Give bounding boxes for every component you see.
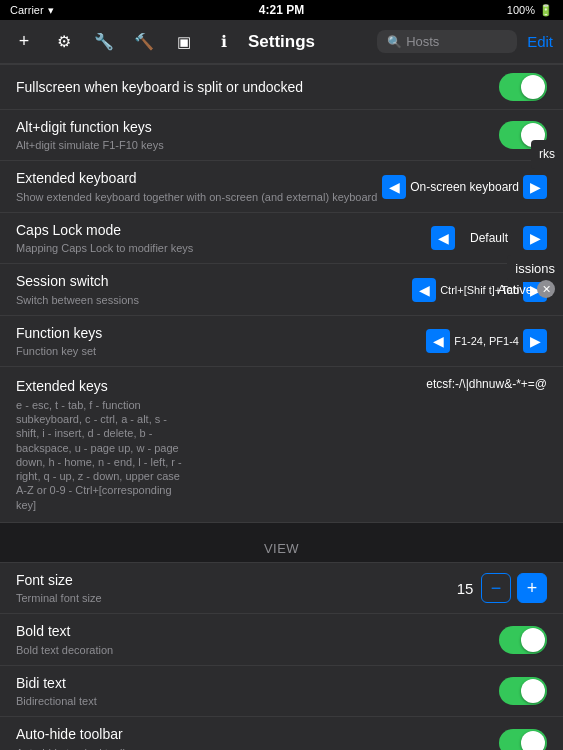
extended-keys-row: Extended keys e - esc, t - tab, f - func…: [0, 367, 563, 522]
function-keys-left[interactable]: ◀: [426, 329, 450, 353]
nav-bar: + ⚙ 🔧 🔨 ▣ ℹ Settings 🔍 Hosts Edit: [0, 20, 563, 64]
search-icon: 🔍: [387, 35, 402, 49]
extended-keys-title: Extended keys: [16, 377, 426, 395]
bold-text-subtitle: Bold text decoration: [16, 643, 499, 657]
rks-label: rks: [531, 140, 563, 169]
font-size-value: 15: [455, 580, 475, 597]
fullscreen-toggle[interactable]: [499, 73, 547, 101]
extended-keyboard-row: Extended keyboard Show extended keyboard…: [0, 161, 563, 212]
status-bar: Carrier ▾ 4:21 PM 100% 🔋: [0, 0, 563, 20]
function-keys-row: Function keys Function key set ◀ F1-24, …: [0, 316, 563, 367]
nav-left: + ⚙ 🔧 🔨 ▣ ℹ: [10, 28, 238, 56]
autohide-toolbar-row: Auto-hide toolbar Auto-hide teminal tool…: [0, 717, 563, 750]
info-icon[interactable]: ℹ: [210, 28, 238, 56]
function-keys-subtitle: Function key set: [16, 344, 426, 358]
square-icon[interactable]: ▣: [170, 28, 198, 56]
settings-scroll[interactable]: Fullscreen when keyboard is split or und…: [0, 64, 563, 750]
capslock-value: ◀ Default ▶: [431, 226, 547, 250]
status-right: 100% 🔋: [507, 4, 553, 17]
fullscreen-title: Fullscreen when keyboard is split or und…: [16, 78, 499, 96]
autohide-toolbar-subtitle: Auto-hide teminal toolbar: [16, 746, 499, 750]
bidi-text-toggle[interactable]: [499, 677, 547, 705]
bold-text-toggle[interactable]: [499, 626, 547, 654]
extended-keyboard-text: On-screen keyboard: [410, 180, 519, 194]
carrier-label: Carrier: [10, 4, 44, 16]
bold-text-row: Bold text Bold text decoration: [0, 614, 563, 665]
extended-keys-text: etcsf:-/\|dhnuw&-*+=@: [426, 377, 547, 391]
font-size-decrease[interactable]: −: [481, 573, 511, 603]
capslock-left[interactable]: ◀: [431, 226, 455, 250]
wrench-icon[interactable]: 🔨: [130, 28, 158, 56]
settings-icon[interactable]: ⚙: [50, 28, 78, 56]
font-size-increase[interactable]: +: [517, 573, 547, 603]
bold-text-title: Bold text: [16, 622, 499, 640]
autohide-toolbar-toggle[interactable]: [499, 729, 547, 750]
function-keys-right[interactable]: ▶: [523, 329, 547, 353]
autohide-toolbar-title: Auto-hide toolbar: [16, 725, 499, 743]
add-button[interactable]: +: [10, 28, 38, 56]
search-placeholder: Hosts: [406, 34, 439, 49]
battery-icon: 🔋: [539, 4, 553, 17]
function-keys-value: ◀ F1-24, PF1-4 ▶: [426, 329, 547, 353]
bidi-text-row: Bidi text Bidirectional text: [0, 666, 563, 717]
font-size-row: Font size Terminal font size 15 − +: [0, 563, 563, 614]
font-size-stepper: 15 − +: [455, 573, 547, 603]
session-switch-title: Session switch: [16, 272, 412, 290]
font-size-title: Font size: [16, 571, 455, 589]
status-time: 4:21 PM: [259, 3, 304, 17]
fullscreen-row: Fullscreen when keyboard is split or und…: [0, 65, 563, 110]
bidi-text-subtitle: Bidirectional text: [16, 694, 499, 708]
function-keys-text: F1-24, PF1-4: [454, 335, 519, 347]
keyboard-group: Fullscreen when keyboard is split or und…: [0, 64, 563, 523]
wifi-icon: ▾: [48, 4, 54, 17]
altdigit-row: Alt+digit function keys Alt+digit simula…: [0, 110, 563, 161]
font-size-subtitle: Terminal font size: [16, 591, 455, 605]
extended-keyboard-left[interactable]: ◀: [382, 175, 406, 199]
view-section-header: View: [0, 523, 563, 562]
capslock-title: Caps Lock mode: [16, 221, 431, 239]
battery-label: 100%: [507, 4, 535, 16]
extended-keyboard-value: ◀ On-screen keyboard ▶: [382, 175, 547, 199]
search-bar[interactable]: 🔍 Hosts: [377, 30, 517, 53]
extended-keyboard-right[interactable]: ▶: [523, 175, 547, 199]
status-left: Carrier ▾: [10, 4, 54, 17]
altdigit-subtitle: Alt+digit simulate F1-F10 keys: [16, 138, 499, 152]
capslock-row: Caps Lock mode Mapping Caps Lock to modi…: [0, 213, 563, 264]
tool-icon[interactable]: 🔧: [90, 28, 118, 56]
session-switch-left[interactable]: ◀: [412, 278, 436, 302]
altdigit-title: Alt+digit function keys: [16, 118, 499, 136]
extended-keys-subtitle: e - esc, t - tab, f - function subkeyboa…: [16, 398, 186, 512]
edit-button[interactable]: Edit: [527, 33, 553, 50]
active-badge: Active ✕: [498, 280, 555, 298]
issions-label: issions: [507, 255, 563, 282]
capslock-right[interactable]: ▶: [523, 226, 547, 250]
extended-keyboard-subtitle: Show extended keyboard together with on-…: [16, 190, 382, 204]
bidi-text-title: Bidi text: [16, 674, 499, 692]
nav-title: Settings: [248, 32, 315, 52]
extended-keyboard-title: Extended keyboard: [16, 169, 382, 187]
capslock-subtitle: Mapping Caps Lock to modifier keys: [16, 241, 431, 255]
session-switch-subtitle: Switch between sessions: [16, 293, 412, 307]
function-keys-title: Function keys: [16, 324, 426, 342]
active-label: Active: [498, 282, 533, 297]
view-group: Font size Terminal font size 15 − + Bold…: [0, 562, 563, 750]
active-close-button[interactable]: ✕: [537, 280, 555, 298]
capslock-text: Default: [459, 231, 519, 245]
session-switch-row: Session switch Switch between sessions ◀…: [0, 264, 563, 315]
